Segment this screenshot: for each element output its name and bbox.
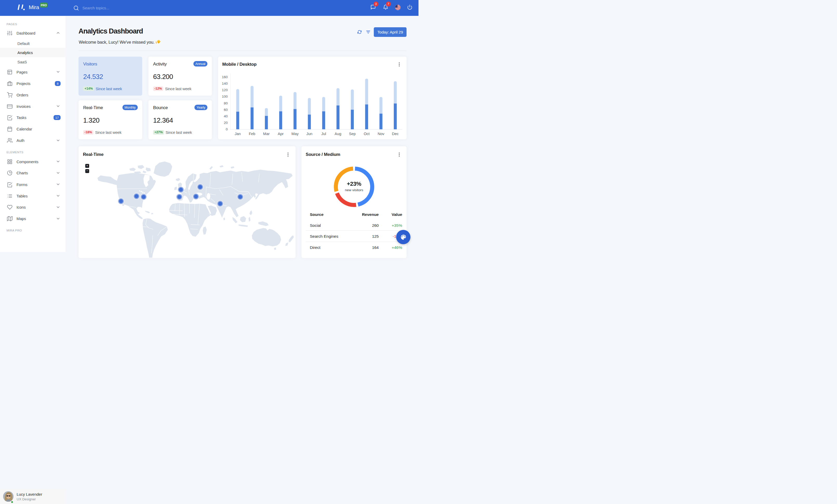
svg-text:Apr: Apr <box>278 132 284 136</box>
svg-text:0: 0 <box>226 127 228 131</box>
svg-text:Feb: Feb <box>249 132 255 136</box>
svg-text:Aug: Aug <box>335 132 341 136</box>
svg-text:20: 20 <box>224 121 228 125</box>
svg-text:Jun: Jun <box>306 132 312 136</box>
svg-text:Jan: Jan <box>235 132 241 136</box>
svg-text:Sep: Sep <box>349 132 356 136</box>
svg-text:120: 120 <box>222 88 228 92</box>
svg-text:May: May <box>291 132 299 136</box>
svg-text:Jul: Jul <box>321 132 326 136</box>
svg-text:160: 160 <box>222 75 228 79</box>
svg-text:100: 100 <box>222 95 228 98</box>
svg-text:80: 80 <box>224 101 228 105</box>
svg-text:60: 60 <box>224 108 228 112</box>
svg-text:Mar: Mar <box>263 132 270 136</box>
svg-text:Dec: Dec <box>392 132 399 136</box>
svg-text:Nov: Nov <box>378 132 385 136</box>
svg-text:Oct: Oct <box>364 132 370 136</box>
svg-text:40: 40 <box>224 114 228 118</box>
svg-text:140: 140 <box>222 81 228 86</box>
